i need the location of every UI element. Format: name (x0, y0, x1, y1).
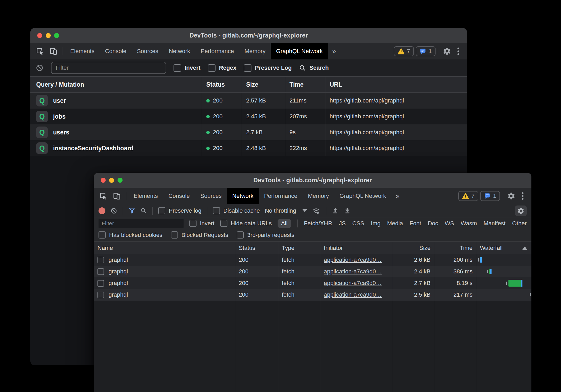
column-header-status[interactable]: Status (235, 242, 278, 254)
tab-memory[interactable]: Memory (303, 188, 334, 204)
filter-input[interactable] (99, 219, 184, 228)
type-filter-ws[interactable]: WS (445, 220, 454, 227)
type-filter-font[interactable]: Font (410, 220, 421, 227)
initiator-link[interactable]: application-a7ca9d0… (324, 268, 382, 275)
warnings-badge[interactable]: 7 (458, 191, 478, 201)
disable-cache-checkbox[interactable] (213, 207, 220, 214)
column-header-size[interactable]: Size (393, 242, 435, 254)
more-tabs-button[interactable]: » (391, 188, 404, 204)
inspect-element-button[interactable] (94, 188, 110, 204)
tab-graphql-network[interactable]: GraphQL Network (334, 188, 391, 204)
third-party-requests-checkbox-group[interactable]: 3rd-party requests (237, 231, 294, 239)
throttling-select[interactable]: No throttling (265, 207, 307, 214)
third-party-requests-checkbox[interactable] (237, 231, 244, 239)
table-row[interactable]: graphql 200 fetch application-a7ca9d0… 2… (94, 254, 531, 266)
network-conditions-icon[interactable] (312, 207, 320, 214)
filter-funnel-icon[interactable] (129, 207, 135, 214)
type-filter-manifest[interactable]: Manifest (484, 220, 506, 227)
titlebar[interactable]: DevTools - gitlab.com/-/graphql-explorer (30, 28, 467, 43)
tab-graphql-network[interactable]: GraphQL Network (271, 43, 328, 59)
type-filter-img[interactable]: Img (371, 220, 381, 227)
inspect-element-button[interactable] (30, 43, 47, 59)
column-header-size[interactable]: Size (242, 77, 285, 92)
hide-data-urls-checkbox-group[interactable]: Hide data URLs (220, 220, 272, 227)
import-har-icon[interactable] (332, 207, 339, 214)
titlebar[interactable]: DevTools - gitlab.com/-/graphql-explorer (94, 173, 531, 188)
tab-elements[interactable]: Elements (128, 188, 163, 204)
type-filter-wasm[interactable]: Wasm (461, 220, 477, 227)
preserve-log-checkbox[interactable] (158, 207, 165, 214)
type-filter-css[interactable]: CSS (352, 220, 364, 227)
column-header-type[interactable]: Type (278, 242, 320, 254)
column-header-status[interactable]: Status (202, 77, 242, 92)
table-row[interactable]: graphql 200 fetch application-a7ca9d0… 2… (94, 266, 531, 277)
settings-button[interactable] (440, 47, 454, 55)
tab-console[interactable]: Console (100, 43, 132, 59)
table-row[interactable]: Q jobs 200 2.45 kB 207ms https://gitlab.… (30, 109, 467, 124)
more-tabs-button[interactable]: » (328, 43, 340, 59)
table-row[interactable]: Q instanceSecurityDashboard 200 2.48 kB … (30, 140, 467, 156)
search-icon[interactable] (140, 207, 147, 214)
column-header-waterfall[interactable]: Waterfall (477, 242, 531, 254)
type-filter-media[interactable]: Media (387, 220, 403, 227)
row-checkbox[interactable] (97, 280, 104, 287)
issues-badge[interactable]: 1 (416, 46, 436, 56)
blocked-requests-checkbox-group[interactable]: Blocked Requests (171, 231, 228, 239)
close-button[interactable] (37, 33, 42, 38)
table-row[interactable]: Q user 200 2.57 kB 211ms https://gitlab.… (30, 93, 467, 109)
has-blocked-cookies-checkbox-group[interactable]: Has blocked cookies (99, 231, 162, 239)
column-header-query-mutation[interactable]: Query / Mutation (30, 77, 202, 92)
warnings-badge[interactable]: 7 (394, 46, 414, 56)
tab-console[interactable]: Console (163, 188, 195, 204)
column-header-url[interactable]: URL (325, 77, 467, 92)
initiator-link[interactable]: application-a7ca9d0… (324, 280, 382, 287)
type-filter-fetch-xhr[interactable]: Fetch/XHR (304, 220, 333, 227)
initiator-link[interactable]: application-a7ca9d0… (324, 256, 382, 263)
column-header-initiator[interactable]: Initiator (320, 242, 393, 254)
column-header-time[interactable]: Time (285, 77, 325, 92)
table-row[interactable]: graphql 200 fetch application-a7ca9d0… 2… (94, 289, 531, 301)
column-header-name[interactable]: Name (94, 242, 235, 254)
minimize-button[interactable] (109, 178, 114, 183)
tab-performance[interactable]: Performance (259, 188, 303, 204)
has-blocked-cookies-checkbox[interactable] (99, 231, 106, 239)
search-button[interactable]: Search (299, 64, 329, 72)
network-settings-button[interactable] (515, 206, 527, 216)
table-row[interactable]: Q users 200 2.7 kB 9s https://gitlab.com… (30, 124, 467, 140)
device-toolbar-button[interactable] (110, 188, 124, 204)
tab-elements[interactable]: Elements (65, 43, 100, 59)
settings-button[interactable] (504, 192, 518, 200)
export-har-icon[interactable] (344, 207, 351, 214)
tab-sources[interactable]: Sources (195, 188, 227, 204)
tab-network[interactable]: Network (163, 43, 195, 59)
blocked-requests-checkbox[interactable] (171, 231, 178, 239)
invert-checkbox-group[interactable]: Invert (174, 64, 200, 72)
hide-data-urls-checkbox[interactable] (220, 220, 227, 227)
tab-memory[interactable]: Memory (239, 43, 271, 59)
regex-checkbox[interactable] (208, 64, 216, 72)
row-checkbox[interactable] (97, 257, 104, 263)
issues-badge[interactable]: 1 (480, 191, 500, 201)
more-options-button[interactable] (454, 48, 463, 55)
device-toolbar-button[interactable] (47, 43, 60, 59)
close-button[interactable] (101, 178, 106, 183)
column-header-time[interactable]: Time (435, 242, 477, 254)
zoom-button[interactable] (54, 33, 59, 38)
regex-checkbox-group[interactable]: Regex (208, 64, 236, 72)
invert-checkbox-group[interactable]: Invert (189, 220, 214, 227)
row-checkbox[interactable] (97, 268, 104, 275)
preserve-log-checkbox-group[interactable]: Preserve Log (244, 64, 292, 72)
clear-icon[interactable] (110, 207, 117, 214)
zoom-button[interactable] (118, 178, 123, 183)
type-filter-other[interactable]: Other (512, 220, 527, 227)
preserve-log-checkbox-group[interactable]: Preserve log (158, 207, 202, 214)
disable-cache-checkbox-group[interactable]: Disable cache (213, 207, 260, 214)
filter-input[interactable] (51, 62, 166, 74)
invert-checkbox[interactable] (174, 64, 181, 72)
invert-checkbox[interactable] (189, 220, 197, 227)
minimize-button[interactable] (46, 33, 51, 38)
record-button[interactable] (99, 207, 105, 214)
tab-performance[interactable]: Performance (195, 43, 239, 59)
type-filter-js[interactable]: JS (339, 220, 346, 227)
clear-icon[interactable] (36, 64, 44, 72)
